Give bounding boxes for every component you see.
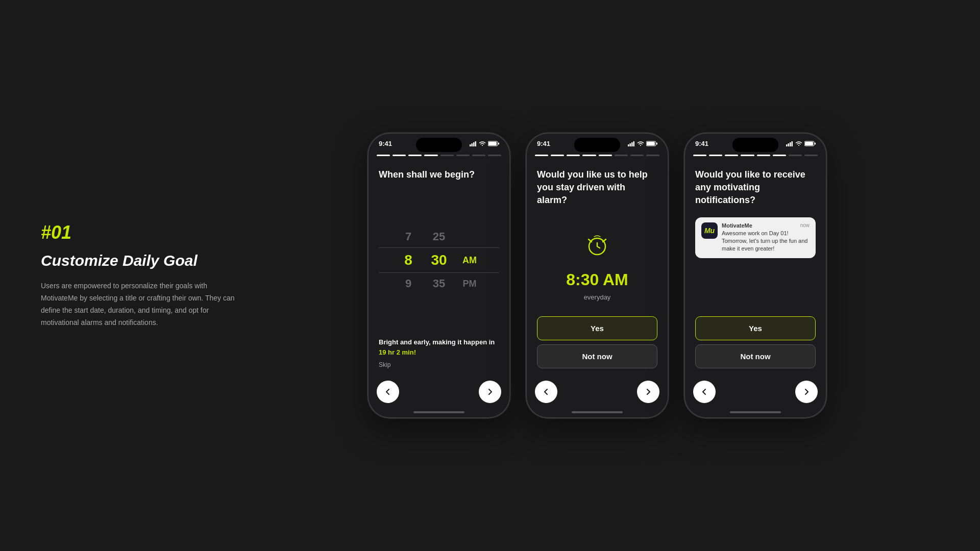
chevron-right-icon (802, 387, 811, 396)
time-ampm-selected: AM (454, 255, 485, 266)
time-row-above: 7 25 (379, 226, 499, 247)
time-hour-above: 7 (393, 230, 424, 243)
progress-dot (741, 155, 754, 156)
time-ampm-below: PM (454, 279, 485, 289)
svg-rect-21 (815, 143, 816, 145)
battery-icon-2 (646, 141, 657, 146)
notification-header: MotivateMe now (722, 222, 810, 229)
status-time-2: 9:41 (537, 140, 550, 147)
signal-icon-3 (786, 141, 793, 146)
svg-rect-8 (630, 143, 631, 146)
notification-app-name: MotivateMe (722, 222, 752, 229)
phone2-question: Would you like us to help you stay drive… (537, 168, 657, 207)
alarm-sub-text: everyday (584, 293, 611, 301)
svg-rect-17 (790, 142, 791, 146)
section-description: Users are empowered to personalize their… (41, 280, 235, 329)
svg-rect-5 (488, 142, 497, 145)
svg-rect-12 (647, 142, 655, 145)
svg-rect-3 (475, 141, 477, 146)
phone1-content: When shall we begin? 7 25 8 30 AM (369, 160, 509, 377)
time-hour-selected: 8 (393, 252, 424, 268)
progress-dot (773, 155, 786, 156)
progress-dot (630, 155, 644, 156)
home-indicator-2 (572, 411, 623, 413)
chevron-left-icon (542, 387, 551, 396)
page-container: #01 Customize Daily Goal Users are empow… (0, 0, 980, 551)
phone1-hint: Bright and early, making it happen in 19… (379, 337, 499, 357)
phone3-nav (685, 377, 826, 411)
phone2-not-now-button[interactable]: Not now (537, 344, 657, 368)
time-min-below: 35 (424, 277, 454, 290)
battery-icon-3 (804, 141, 816, 146)
phone3-not-now-button[interactable]: Not now (695, 344, 816, 368)
phone3-question: Would you like to receive any motivating… (695, 168, 816, 207)
phone3-next-button[interactable] (795, 381, 818, 403)
svg-rect-7 (628, 144, 629, 146)
status-icons-1 (470, 141, 499, 146)
time-picker[interactable]: 7 25 8 30 AM 9 35 PM (379, 191, 499, 329)
phone2-next-button[interactable] (637, 381, 659, 403)
progress-dot (472, 155, 485, 156)
left-section: #01 Customize Daily Goal Users are empow… (41, 222, 255, 329)
progress-dot (646, 155, 659, 156)
time-hour-below: 9 (393, 277, 424, 290)
time-min-above: 25 (424, 230, 454, 243)
phone3-yes-button[interactable]: Yes (695, 316, 816, 340)
progress-dot (804, 155, 818, 156)
phone3-content: Would you like to receive any motivating… (685, 160, 826, 377)
phone-2: 9:41 (526, 133, 669, 418)
wifi-icon-2 (637, 141, 644, 146)
battery-icon-1 (488, 141, 499, 146)
status-icons-2 (628, 141, 657, 146)
progress-dot (551, 155, 564, 156)
phone2-buttons: Yes Not now (537, 316, 657, 368)
phone2-content: Would you like us to help you stay drive… (527, 160, 668, 377)
section-title: Customize Daily Goal (41, 252, 235, 270)
progress-dot (582, 155, 596, 156)
notification-card: Mu MotivateMe now Awesome work on Day 01… (695, 217, 816, 258)
progress-dot (567, 155, 580, 156)
phones-container: 9:41 (255, 133, 939, 418)
progress-dot (440, 155, 454, 156)
status-time-1: 9:41 (379, 140, 392, 147)
svg-rect-10 (633, 141, 635, 146)
svg-rect-18 (792, 141, 793, 146)
phone1-skip[interactable]: Skip (379, 361, 499, 368)
chevron-right-icon (644, 387, 653, 396)
signal-icon-2 (628, 141, 635, 146)
alarm-clock-icon (584, 232, 610, 262)
notification-content: MotivateMe now Awesome work on Day 01! T… (722, 222, 810, 253)
chevron-left-icon (383, 387, 393, 396)
progress-dot (488, 155, 501, 156)
phone1-next-button[interactable] (479, 381, 501, 403)
progress-dot (789, 155, 802, 156)
progress-dot (535, 155, 548, 156)
alarm-section: 8:30 AM everyday (537, 217, 657, 316)
status-icons-3 (786, 141, 816, 146)
progress-dot (709, 155, 722, 156)
phone3-back-button[interactable] (693, 381, 716, 403)
notification-time: now (800, 222, 810, 228)
chevron-right-icon (485, 387, 495, 396)
progress-dot (377, 155, 390, 156)
progress-dot (615, 155, 628, 156)
alarm-time-display: 8:30 AM (566, 270, 628, 289)
phone1-back-button[interactable] (377, 381, 399, 403)
dynamic-island-2 (574, 138, 620, 152)
wifi-icon-3 (795, 141, 802, 146)
progress-dot (599, 155, 612, 156)
svg-rect-9 (631, 142, 633, 146)
home-indicator-1 (413, 411, 464, 413)
app-icon: Mu (701, 222, 718, 239)
svg-rect-1 (472, 143, 473, 146)
time-row-selected: 8 30 AM (379, 247, 499, 273)
progress-dot (725, 155, 738, 156)
progress-dot (757, 155, 770, 156)
phone2-back-button[interactable] (535, 381, 557, 403)
svg-rect-16 (788, 143, 790, 146)
progress-dot (693, 155, 706, 156)
time-min-selected: 30 (424, 252, 454, 268)
phone3-buttons: Yes Not now (695, 316, 816, 368)
phone2-yes-button[interactable]: Yes (537, 316, 657, 340)
progress-dot (456, 155, 470, 156)
